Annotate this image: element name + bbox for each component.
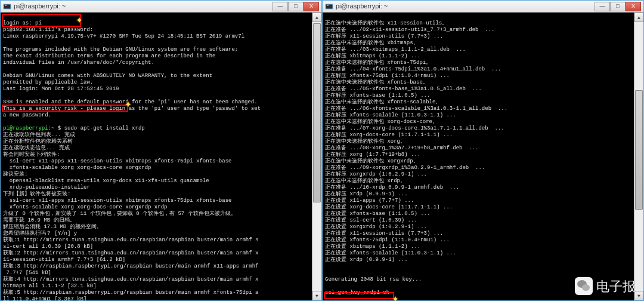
scroll-down-button[interactable]: ▼ — [312, 291, 321, 300]
apt-output: 正在设置 xfonts-75dpi (1:1.0.4+nmu1) ... — [325, 237, 450, 243]
apt-output: 正在准备 .../05-xfonts-base_1%3a1.0.5_all.de… — [325, 86, 482, 92]
scroll-thumb[interactable] — [313, 23, 321, 202]
apt-output: 正在选中未选择的软件包 xorg。 — [325, 139, 405, 145]
apt-get-line: 11-session-utils armhf 7.7+3 [61.2 kB] — [3, 257, 125, 263]
apt-output: xfonts-scalable xorg xorg-docs-core xorg… — [3, 204, 167, 210]
text: permitted by applicable law. — [3, 79, 93, 85]
minimize-button[interactable]: — — [273, 2, 288, 11]
window-title: pi@raspberrypi: ~ — [336, 3, 388, 10]
apt-output: xfonts-scalable xorg xorg-docs-core xorg… — [3, 165, 151, 171]
apt-output: 正在读取状态信息... 完成 — [3, 145, 70, 151]
scroll-down-button[interactable]: ▼ — [634, 291, 643, 300]
scroll-up-button[interactable]: ▲ — [312, 13, 321, 22]
apt-output: 正在设置 x11-apps (7.7+7) ... — [325, 198, 414, 204]
apt-output: 正在设置 x11-session-utils (7.7+3) ... — [325, 231, 443, 236]
terminal-body[interactable]: 正在选中未选择的软件包 x11-session-utils。 正在准备 .../… — [323, 13, 643, 300]
apt-output: 正在选中未选择的软件包 xfonts-base。 — [325, 79, 428, 85]
apt-output: 正在选中未选择的软件包 xorg-docs-core。 — [325, 119, 438, 125]
apt-output: 下列【新】软件包将被安装: — [3, 191, 70, 197]
close-button[interactable]: X — [304, 2, 319, 11]
apt-get-line: bitmaps all 1.1.1-2 [32.1 kB] — [3, 283, 97, 289]
command-text: sudo apt-get install xrdp — [64, 125, 145, 131]
svg-rect-1 — [5, 5, 7, 6]
ssh-warning: SSH is enabled and the default password … — [3, 99, 258, 105]
scrollbar[interactable]: ▲ ▼ — [312, 13, 321, 300]
minimize-button[interactable]: — — [595, 2, 610, 11]
apt-output: 正在解压 xfonts-75dpi (1:1.0.4+nmu1) ... — [325, 73, 450, 79]
window-controls: — □ X — [273, 2, 319, 11]
apt-get-line: ll 1:1.0.4+nmu1 [3,367 kB] — [3, 296, 86, 300]
apt-get-line: 获取:4 http://mirrors.tuna.tsinghua.edu.cn… — [3, 277, 258, 282]
apt-output: 正在设置 ssl-cert (1.0.39) ... — [325, 217, 417, 223]
apt-output: 正在解压 xbitmaps (1.1.1-2) ... — [325, 53, 420, 59]
text: Debian GNU/Linux comes with ABSOLUTELY N… — [3, 73, 212, 79]
apt-output: 正在选中未选择的软件包 xfonts-75dpi。 — [325, 60, 431, 66]
apt-get-line: 7.7+7 [541 kB] — [3, 270, 51, 276]
apt-output: 正在设置 xbitmaps (1.1.1-2) ... — [325, 244, 420, 250]
text: individual files in /usr/share/doc/*/cop… — [3, 60, 154, 66]
apt-output: 正在解压 xorg (1:7.7+19+b8) ... — [325, 152, 420, 158]
apt-output: 正在选中未选择的软件包 x11-session-utils。 — [325, 20, 447, 26]
apt-output: 正在设置 xfonts-base (1:1.0.5) ... — [325, 211, 430, 217]
text: The programs included with the Debian GN… — [3, 47, 238, 53]
apt-output: 正在选中未选择的软件包 xbitmaps。 — [325, 40, 419, 46]
apt-output: 正在准备 .../03-xbitmaps_1.1.1-2_all.deb ... — [325, 47, 466, 53]
apt-output: 正在准备 .../07-xorg-docs-core_1%3a1.7.1-1.1… — [325, 125, 504, 131]
apt-output: 正在设置 xorg-docs-core (1:1.7.1-1.1) ... — [325, 204, 453, 210]
apt-output: 正在解压 xfonts-scalable (1:1.0.3-1.1) ... — [325, 112, 456, 118]
svg-rect-2 — [326, 4, 333, 9]
password-line: pi@192.168.1.113's password: — [3, 27, 93, 33]
apt-output: 正在准备 .../08-xorg_1%3a7.7+19+b8_armhf.deb… — [325, 145, 478, 151]
apt-output: 正在准备 .../04-xfonts-75dpi_1%3a1.0.4+nmu1_… — [325, 66, 501, 72]
apt-output: 正在准备 .../06-xfonts-scalable_1%3a1.0.3-1.… — [325, 106, 507, 112]
shell-prompt[interactable]: pi@raspberrypi:~ $ sudo apt-get install … — [3, 125, 145, 131]
apt-output: ssl-cert x11-apps x11-session-utils xbit… — [3, 198, 231, 204]
putty-icon — [3, 2, 11, 11]
maximize-button[interactable]: □ — [288, 2, 304, 11]
apt-output: openssl-blacklist mesa-utils xorg-docs x… — [3, 178, 209, 184]
scroll-thumb[interactable] — [635, 90, 643, 210]
apt-output: 您希望继续执行吗？ [Y/n] y — [3, 231, 77, 236]
right-terminal-window: pi@raspberrypi: ~ — □ X 正在选中未选择的软件包 x11-… — [322, 0, 644, 301]
apt-output: 正在分析软件包的依赖关系树 — [3, 139, 73, 145]
apt-output: 正在读取软件包列表... 完成 — [3, 132, 75, 138]
apt-get-line: 获取:5 http://raspbian.raspberrypi.org/ras… — [3, 290, 258, 296]
apt-output: 需要下载 10.9 MB 的归档。 — [3, 217, 75, 223]
apt-get-line: 获取:2 http://mirrors.tuna.tsinghua.edu.cn… — [3, 250, 258, 256]
apt-output: ssl-cert x11-apps x11-session-utils xbit… — [3, 158, 231, 164]
apt-output: 正在选中未选择的软件包 xorgxrdp。 — [325, 158, 419, 164]
close-button[interactable]: X — [626, 2, 641, 11]
apt-output: 建议安装: — [3, 171, 27, 177]
apt-output: 正在解压 xrdp (0.9.9-1) ... — [325, 191, 408, 197]
apt-get-line: 获取:3 http://raspbian.raspberrypi.org/ras… — [3, 263, 258, 269]
apt-output: 正在解压 xorgxrdp (1:0.2.9-1) ... — [325, 171, 427, 177]
ssh-warning: a new password. — [3, 112, 51, 118]
apt-output: 正在设置 xorgxrdp (1:0.2.9-1) ... — [325, 224, 427, 230]
apt-output: 将会同时安装下列软件: — [3, 152, 60, 158]
banner-line: Linux raspberrypi 4.19.75-v7+ #1270 SMP … — [3, 33, 244, 39]
apt-get-line: sl-cert all 1.0.39 [20.8 kB] — [3, 244, 93, 250]
scrollbar[interactable]: ▲ ▼ — [634, 13, 643, 300]
scroll-up-button[interactable]: ▲ — [634, 13, 643, 22]
window-controls: — □ X — [595, 2, 641, 11]
apt-output: 正在选中未选择的软件包 xfonts-scalable。 — [325, 99, 441, 105]
titlebar[interactable]: pi@raspberrypi: ~ — □ X — [323, 1, 643, 13]
apt-output: 正在选中未选择的软件包 xrdp。 — [325, 178, 405, 184]
maximize-button[interactable]: □ — [610, 2, 626, 11]
terminal-body[interactable]: login as: pi pi@192.168.1.113's password… — [1, 13, 321, 300]
apt-output: 正在解压 xfonts-base (1:1.0.5) ... — [325, 93, 430, 99]
svg-rect-0 — [4, 4, 11, 9]
titlebar[interactable]: pi@raspberrypi: ~ — □ X — [1, 1, 321, 13]
apt-output: 解压缩后会消耗 17.3 MB 的额外空间。 — [3, 224, 102, 230]
ssl-ok-line: ssl_gen_key_xrdp1 ok — [325, 290, 389, 296]
rsa-key-line: Generating 2048 bit rsa key... — [325, 277, 422, 282]
apt-output: 正在设置 xfonts-scalable (1:1.0.3-1.1) ... — [325, 250, 456, 256]
apt-output: 升级了 0 个软件包，新安装了 11 个软件包，要卸载 0 个软件包，有 57 … — [3, 211, 236, 217]
ssh-warning: This is a security risk - please login a… — [3, 106, 261, 112]
apt-output: 正在解压 xorg-docs-core (1:1.7.1-1.1) ... — [325, 132, 453, 138]
window-title: pi@raspberrypi: ~ — [14, 3, 66, 10]
text: the exact distribution terms for each pr… — [3, 53, 215, 59]
last-login: Last login: Mon Oct 28 17:52:45 2019 — [3, 86, 119, 92]
apt-output: 正在设置 xrdp (0.9.9-1) ... — [325, 257, 408, 263]
apt-output: 正在准备 .../09-xorgxrdp_1%3a0.2.9-1_armhf.d… — [325, 165, 485, 171]
